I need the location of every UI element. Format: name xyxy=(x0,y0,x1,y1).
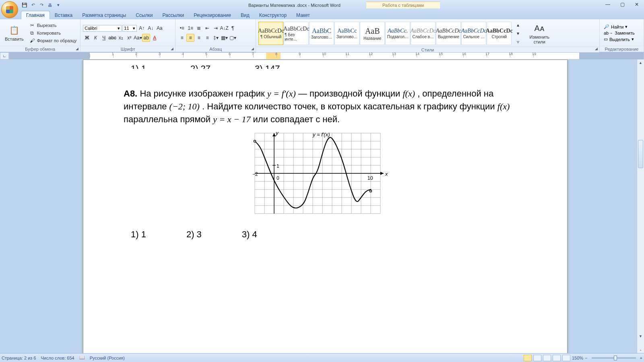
zoom-level[interactable]: 150% xyxy=(572,356,583,360)
styles-scroll-down[interactable]: ▾ xyxy=(514,29,522,37)
tab-view[interactable]: Вид xyxy=(236,11,254,19)
style-subtle[interactable]: AaBbCcDcСлабое в… xyxy=(411,22,436,45)
scroll-up-icon[interactable]: ▲ xyxy=(637,60,644,66)
browse-object-button[interactable]: ◦ xyxy=(637,347,644,353)
tab-mailings[interactable]: Рассылки xyxy=(157,11,189,19)
office-button[interactable] xyxy=(1,1,18,18)
zoom-thumb[interactable] xyxy=(614,356,617,360)
qat-more-icon[interactable]: ▾ xyxy=(55,2,62,9)
horizontal-ruler[interactable]: 12345678910111213141516171819 xyxy=(9,52,644,60)
view-outline-button[interactable] xyxy=(553,355,561,361)
tab-references[interactable]: Ссылки xyxy=(131,11,157,19)
superscript-button[interactable]: x² xyxy=(125,34,133,42)
zoom-out-button[interactable]: − xyxy=(585,356,587,360)
align-left-button[interactable]: ≡ xyxy=(178,34,186,42)
font-size-combo[interactable]: 11▾ xyxy=(122,25,137,32)
scroll-thumb[interactable] xyxy=(638,140,643,168)
clipboard-dialog-launcher[interactable]: ◢ xyxy=(74,46,79,51)
styles-dialog-launcher[interactable]: ◢ xyxy=(594,46,599,51)
styles-scroll-up[interactable]: ▴ xyxy=(514,21,522,29)
vertical-scrollbar[interactable]: ▲ ▼ ◦ xyxy=(637,60,644,353)
numbering-button[interactable]: 1≡ xyxy=(186,24,194,32)
underline-button[interactable]: Ч xyxy=(100,34,108,42)
font-color-button[interactable]: A xyxy=(151,34,159,42)
decrease-indent-button[interactable]: ⇤ xyxy=(203,24,211,32)
close-button[interactable]: ✕ xyxy=(631,1,642,8)
quickprint-icon[interactable]: 🖶 xyxy=(46,2,54,9)
style-emphasis[interactable]: AaBbCcDcВыделение xyxy=(436,22,461,45)
borders-button[interactable]: ▢▾ xyxy=(229,34,237,42)
justify-button[interactable]: ≡ xyxy=(203,34,211,42)
prev-answer-2: 2) 27 xyxy=(190,62,211,69)
view-web-button[interactable] xyxy=(543,355,551,361)
status-page[interactable]: Страница: 2 из 6 xyxy=(2,356,36,360)
redo-icon[interactable]: ↷ xyxy=(38,2,45,9)
zoom-in-button[interactable]: + xyxy=(640,356,642,360)
font-name-combo[interactable]: Calibri▾ xyxy=(83,25,122,32)
minimize-button[interactable]: — xyxy=(602,1,613,8)
bold-button[interactable]: Ж xyxy=(83,34,91,42)
style-subtitle[interactable]: AaBbCc.Подзагол… xyxy=(385,22,410,45)
format-painter-button[interactable]: 🖌Формат по образцу xyxy=(28,37,78,44)
tab-review[interactable]: Рецензирование xyxy=(189,11,236,19)
ruler-ticks: 12345678910111213141516171819 xyxy=(90,54,557,58)
align-right-button[interactable]: ≡ xyxy=(195,34,203,42)
tab-design[interactable]: Конструктор xyxy=(254,11,291,19)
style-intense[interactable]: AaBbCcDcСильное … xyxy=(461,22,486,45)
cut-button[interactable]: ✂Вырезать xyxy=(28,22,78,29)
change-case-button[interactable]: Aa▾ xyxy=(134,34,142,42)
shrink-font-button[interactable]: A↓ xyxy=(147,24,155,32)
tab-insert[interactable]: Вставка xyxy=(50,11,78,19)
styles-gallery[interactable]: AaBbCcDc¶ Обычный AaBbCcDc¶ Без инте… Aa… xyxy=(258,22,512,45)
shading-button[interactable]: ▦▾ xyxy=(220,34,228,42)
style-normal[interactable]: AaBbCcDc¶ Обычный xyxy=(258,22,283,45)
view-fullscreen-button[interactable] xyxy=(533,355,541,361)
maximize-button[interactable]: ▢ xyxy=(617,1,628,8)
scroll-down-icon[interactable]: ▼ xyxy=(637,333,644,339)
select-button[interactable]: ▭Выделить▾ xyxy=(602,36,636,42)
tab-pagelayout[interactable]: Разметка страницы xyxy=(77,11,131,19)
clear-formatting-button[interactable]: Aa xyxy=(155,24,163,32)
paste-button[interactable]: 📋 Вставить xyxy=(2,24,26,42)
window-title: Варианты Математика .docx - Microsoft Wo… xyxy=(248,3,341,8)
find-button[interactable]: 🔎Найти▾ xyxy=(602,24,636,30)
copy-button[interactable]: ⧉Копировать xyxy=(28,29,78,37)
style-nospacing[interactable]: AaBbCcDc¶ Без инте… xyxy=(284,22,309,45)
bullets-button[interactable]: •≡ xyxy=(178,24,186,32)
strikethrough-button[interactable]: abc xyxy=(108,34,116,42)
status-words[interactable]: Число слов: 654 xyxy=(41,356,74,360)
document-area[interactable]: 1) 1 2) 27 3) 147 А8. На рисунке изображ… xyxy=(0,60,637,353)
replace-button[interactable]: ab→Заменить xyxy=(602,30,636,36)
styles-expand[interactable]: ▿ xyxy=(514,38,522,46)
subscript-button[interactable]: x₂ xyxy=(117,34,125,42)
undo-icon[interactable]: ↶ xyxy=(29,2,37,9)
view-printlayout-button[interactable] xyxy=(524,355,532,361)
highlight-button[interactable]: ab xyxy=(142,34,150,42)
italic-button[interactable]: К xyxy=(91,34,99,42)
align-center-button[interactable]: ≡ xyxy=(186,34,194,42)
save-icon[interactable]: 💾 xyxy=(21,2,28,9)
tab-layout[interactable]: Макет xyxy=(291,11,315,19)
page-content[interactable]: 1) 1 2) 27 3) 147 А8. На рисунке изображ… xyxy=(83,60,567,253)
grow-font-button[interactable]: A↑ xyxy=(138,24,146,32)
change-styles-button[interactable]: Aᴀ Изменить стили xyxy=(526,22,553,45)
paste-icon: 📋 xyxy=(8,25,20,36)
style-strong[interactable]: AaBbCcDcСтрогий xyxy=(487,22,512,45)
style-heading1[interactable]: AaBbCЗаголово… xyxy=(309,22,334,45)
paragraph-dialog-launcher[interactable]: ◢ xyxy=(250,46,255,51)
tab-home[interactable]: Главная xyxy=(21,11,50,19)
sort-button[interactable]: A↓Z xyxy=(220,24,228,32)
style-heading2[interactable]: AaBbCcЗаголово… xyxy=(334,22,359,45)
view-draft-button[interactable] xyxy=(562,355,570,361)
chevron-down-icon: ▾ xyxy=(632,37,634,42)
tab-selector[interactable]: ∟ xyxy=(0,52,9,60)
font-dialog-launcher[interactable]: ◢ xyxy=(169,46,174,51)
zoom-slider[interactable] xyxy=(592,357,636,359)
proofing-icon[interactable]: 📖 xyxy=(79,355,85,360)
status-language[interactable]: Русский (Россия) xyxy=(90,356,125,360)
show-marks-button[interactable]: ¶ xyxy=(229,24,237,32)
increase-indent-button[interactable]: ⇥ xyxy=(212,24,220,32)
line-spacing-button[interactable]: ‡▾ xyxy=(212,34,220,42)
style-title[interactable]: АаВНазвание xyxy=(360,22,385,45)
multilevel-button[interactable]: ≣ xyxy=(195,24,203,32)
